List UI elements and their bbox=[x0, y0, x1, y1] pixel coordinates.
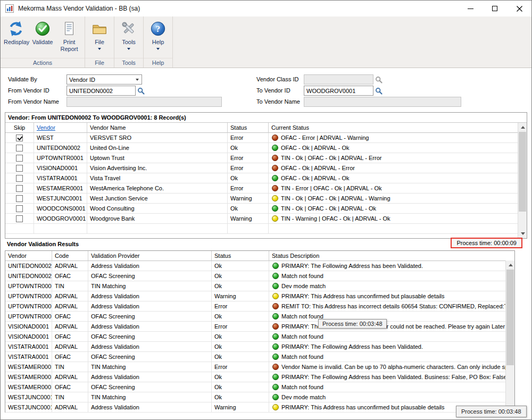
table-row[interactable]: WESTJUNC0001 TIN TIN Matching Ok Dev mod… bbox=[5, 392, 505, 402]
from-vendor-id-lookup-button[interactable] bbox=[136, 86, 146, 96]
results-table-header: Vendor Code Validation Provider Status S… bbox=[5, 251, 505, 261]
maximize-button[interactable] bbox=[483, 1, 507, 16]
to-vendor-name-label: To Vendor Name bbox=[256, 98, 300, 105]
redisplay-button[interactable]: Redisplay bbox=[2, 19, 30, 46]
vendor-id-cell: VISTATRA0001 bbox=[34, 173, 87, 183]
validate-button[interactable]: Validate bbox=[30, 19, 55, 46]
skip-checkbox[interactable] bbox=[16, 165, 23, 172]
vendor-class-id-input bbox=[304, 74, 373, 85]
provider-cell: OFAC Screening bbox=[88, 382, 212, 392]
status-icon bbox=[272, 195, 278, 201]
status-cell: Ok bbox=[212, 392, 269, 402]
status-cell: Error bbox=[228, 163, 269, 173]
results-table-scrollbar[interactable] bbox=[505, 261, 514, 412]
to-vendor-id-input[interactable] bbox=[304, 86, 373, 96]
code-cell: OFAC bbox=[52, 382, 88, 392]
table-row[interactable]: WESTAMER0001 WestAmerica Telephone Co. E… bbox=[5, 183, 518, 194]
table-row[interactable]: WESTAMER0001 ADRVAL Address Validation O… bbox=[5, 372, 505, 382]
table-row[interactable]: UNITEDON0002 United On-Line Ok OFAC - Ok… bbox=[5, 143, 518, 153]
from-vendor-name-label: From Vendor Name bbox=[8, 98, 59, 105]
table-row[interactable]: VISIONAD0001 Vision Advertising Inc. Err… bbox=[5, 163, 518, 173]
tools-menu-button[interactable]: Tools bbox=[116, 19, 142, 50]
description-text: PRIMARY: This Address has unconfirmed bu… bbox=[281, 293, 445, 299]
skip-checkbox[interactable] bbox=[16, 215, 23, 222]
table-row[interactable]: VISIONAD0001 OFAC OFAC Screening Ok Matc… bbox=[5, 332, 505, 342]
print-report-button[interactable]: Print Report bbox=[55, 19, 83, 53]
table-row[interactable]: UPTOWNTR0001 ADRVAL Address Validation W… bbox=[5, 291, 505, 301]
minimize-icon bbox=[468, 9, 473, 9]
table-row[interactable]: VISIONAD0001 ADRVAL Address Validation E… bbox=[5, 322, 505, 332]
minimize-button[interactable] bbox=[458, 1, 483, 16]
vendor-name-cell: Woodgrove Bank bbox=[87, 214, 228, 224]
scroll-up-button[interactable] bbox=[518, 123, 527, 132]
current-status-cell: TIN - Ok | OFAC - Ok | ADRVAL - Warning bbox=[269, 194, 518, 204]
provider-cell: Address Validation bbox=[88, 301, 212, 312]
table-row[interactable]: UPTOWNTR0001 OFAC OFAC Screening Ok Matc… bbox=[5, 312, 505, 322]
skip-checkbox[interactable] bbox=[16, 155, 23, 162]
scroll-up-button[interactable] bbox=[506, 261, 515, 270]
results-table-body: UNITEDON0002 ADRVAL Address Validation O… bbox=[5, 261, 514, 413]
table-row[interactable]: UNITEDON0002 ADRVAL Address Validation O… bbox=[5, 261, 505, 271]
help-menu-button[interactable]: ? Help bbox=[145, 19, 171, 50]
table-row[interactable]: WESTAMER0001 OFAC OFAC Screening Ok Matc… bbox=[5, 382, 505, 392]
validate-by-select[interactable]: Vendor ID bbox=[66, 74, 142, 85]
status-cell: Error bbox=[212, 362, 269, 372]
status-cell: Warning bbox=[228, 214, 269, 224]
status-cell: Error bbox=[228, 133, 269, 143]
close-button[interactable] bbox=[507, 1, 531, 16]
scrollbar-thumb[interactable] bbox=[519, 132, 526, 212]
table-row[interactable]: UPTOWNTR0001 ADRVAL Address Validation E… bbox=[5, 301, 505, 312]
skip-checkbox[interactable] bbox=[16, 145, 23, 152]
description-cell: Vendor Name is invalid. Can be up to 70 … bbox=[269, 362, 505, 372]
ribbon-group-label-help: Help bbox=[144, 58, 172, 68]
file-menu-button[interactable]: File bbox=[87, 19, 112, 50]
chevron-down-icon bbox=[156, 48, 160, 50]
column-header-vendor[interactable]: Vendor bbox=[37, 124, 55, 131]
provider-cell: Address Validation bbox=[88, 261, 212, 271]
scrollbar-thumb[interactable] bbox=[506, 270, 514, 365]
status-icon bbox=[272, 135, 278, 141]
status-icon bbox=[272, 313, 279, 320]
table-row[interactable]: VISTATRA0001 ADRVAL Address Validation O… bbox=[5, 342, 505, 352]
description-text: PRIMARY: The Following Address has been … bbox=[281, 374, 505, 380]
vendor-id-cell: WESTAMER0001 bbox=[5, 382, 52, 392]
table-row[interactable]: WOODGROV0001 Woodgrove Bank Warning TIN … bbox=[5, 214, 518, 224]
status-icon bbox=[272, 293, 279, 299]
status-cell: Warning bbox=[228, 194, 269, 204]
table-row[interactable]: WOODCONS0001 Wood Consulting Ok TIN - Ok… bbox=[5, 204, 518, 214]
status-cell: Ok bbox=[212, 342, 269, 352]
vendor-id-cell: WESTAMER0001 bbox=[5, 372, 52, 382]
table-row[interactable]: UNITEDON0002 OFAC OFAC Screening Ok Matc… bbox=[5, 271, 505, 281]
skip-checkbox[interactable] bbox=[16, 205, 23, 212]
table-row[interactable]: WESTJUNC0001 ADRVAL Address Validation W… bbox=[5, 402, 505, 413]
results-header-row: Vendor Validation Results Process time: … bbox=[5, 239, 527, 250]
title-bar[interactable]: Mekorma Mass Vendor Validation - BB (sa) bbox=[1, 1, 531, 16]
vendor-id-cell: WESTJUNC0001 bbox=[34, 194, 87, 204]
skip-checkbox[interactable] bbox=[16, 175, 23, 182]
folder-icon bbox=[91, 20, 108, 37]
scroll-down-button[interactable] bbox=[518, 229, 527, 238]
to-vendor-id-lookup-button[interactable] bbox=[373, 86, 384, 96]
table-row[interactable]: VISTATRA0001 OFAC OFAC Screening Ok Matc… bbox=[5, 352, 505, 362]
status-icon bbox=[272, 205, 278, 212]
help-icon: ? bbox=[149, 20, 167, 37]
table-row[interactable]: UPTOWNTR0001 TIN TIN Matching Ok Dev mod… bbox=[5, 281, 505, 291]
skip-checkbox[interactable] bbox=[16, 135, 23, 141]
from-vendor-id-input[interactable] bbox=[66, 86, 136, 96]
skip-checkbox[interactable] bbox=[16, 195, 23, 202]
app-icon bbox=[5, 4, 14, 13]
scroll-down-icon bbox=[521, 232, 525, 235]
table-row[interactable]: WESTAMER0001 TIN TIN Matching Error Vend… bbox=[5, 362, 505, 372]
description-cell: Match not found bbox=[269, 382, 505, 392]
table-row[interactable]: VISTATRA0001 Vista Travel Ok OFAC - Ok |… bbox=[5, 173, 518, 183]
skip-checkbox[interactable] bbox=[16, 185, 23, 192]
current-status-cell: TIN - Ok | OFAC - Ok | ADRVAL - Ok bbox=[269, 204, 518, 214]
table-row[interactable]: WESTJUNC0001 West Junction Service Warni… bbox=[5, 194, 518, 204]
vendor-table-scrollbar[interactable] bbox=[518, 123, 527, 238]
status-cell: Error bbox=[228, 183, 269, 194]
current-status-cell: TIN - Ok | OFAC - Ok | ADRVAL - Error bbox=[269, 153, 518, 163]
table-row[interactable]: WEST VERSVET SRO Error OFAC - Error | AD… bbox=[5, 133, 518, 143]
vendor-id-cell: UNITEDON0002 bbox=[5, 271, 52, 281]
vendor-table-panel: Vendor: From UNITEDON0002 To WOODGROV000… bbox=[5, 112, 527, 239]
table-row[interactable]: UPTOWNTR0001 Uptown Trust Error TIN - Ok… bbox=[5, 153, 518, 163]
